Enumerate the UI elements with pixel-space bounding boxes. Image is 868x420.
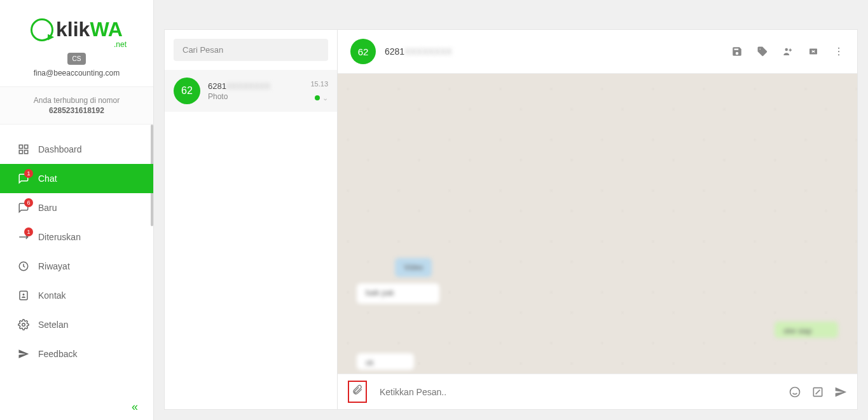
svg-point-7 bbox=[22, 323, 25, 326]
sidebar-item-feedback[interactable]: Feedback bbox=[0, 339, 153, 369]
send-button[interactable] bbox=[834, 386, 847, 398]
sidebar-item-chat[interactable]: 1 Chat bbox=[0, 164, 153, 193]
collapse-sidebar-button[interactable]: « bbox=[0, 394, 153, 420]
message-input[interactable] bbox=[376, 383, 780, 401]
sidebar: klikWA .net CS fina@beeaccounting.com An… bbox=[0, 0, 154, 420]
chat-header: 62 6281XXXXXXXX bbox=[338, 30, 857, 74]
nav: Dashboard 1 Chat 6 Baru 1 Diteruskan Riw… bbox=[0, 125, 153, 395]
search-input[interactable]: Cari Pesan bbox=[174, 39, 328, 61]
brand-logo: klikWA bbox=[31, 18, 123, 41]
svg-point-10 bbox=[838, 48, 839, 49]
brand-wa: WA bbox=[90, 18, 123, 41]
more-icon[interactable] bbox=[833, 46, 844, 57]
grid-icon bbox=[18, 144, 29, 155]
user-email: fina@beeaccounting.com bbox=[13, 69, 141, 78]
sidebar-item-label: Dashboard bbox=[38, 144, 82, 154]
message-bubble: baik pak bbox=[357, 283, 439, 304]
svg-point-6 bbox=[23, 294, 25, 295]
history-icon bbox=[18, 261, 29, 272]
gear-icon bbox=[18, 319, 29, 330]
sidebar-item-label: Feedback bbox=[38, 349, 77, 359]
svg-rect-2 bbox=[19, 150, 22, 153]
header-actions bbox=[731, 46, 844, 57]
nav-badge: 1 bbox=[24, 169, 33, 178]
avatar: 62 bbox=[174, 78, 200, 104]
chat-input-bar bbox=[338, 374, 857, 409]
close-chat-icon[interactable] bbox=[808, 46, 819, 57]
main-area: Cari Pesan 62 6281XXXXXXXX Photo 15.13 ⌄… bbox=[154, 0, 868, 420]
svg-rect-1 bbox=[25, 145, 28, 148]
chat-preview: Photo bbox=[208, 92, 303, 101]
attach-button-highlight[interactable] bbox=[348, 381, 367, 403]
chevron-down-icon[interactable]: ⌄ bbox=[322, 94, 328, 102]
sidebar-item-label: Kontak bbox=[38, 290, 66, 301]
sidebar-item-setelan[interactable]: Setelan bbox=[0, 310, 153, 339]
chat-messages-area[interactable]: Video baik pak oke siap ok bbox=[338, 74, 857, 374]
connection-label: Anda terhubung di nomor bbox=[6, 96, 147, 105]
brand-pre: klik bbox=[56, 18, 90, 41]
svg-rect-3 bbox=[25, 150, 28, 153]
sidebar-item-label: Diteruskan bbox=[38, 232, 81, 242]
user-role-badge: CS bbox=[67, 53, 86, 65]
logo-area: klikWA .net CS fina@beeaccounting.com bbox=[0, 0, 153, 86]
chat-header-title: 6281XXXXXXXX bbox=[385, 46, 452, 57]
connection-info: Anda terhubung di nomor 6285231618192 bbox=[0, 86, 153, 125]
send-icon bbox=[18, 348, 29, 360]
assign-user-icon[interactable] bbox=[782, 46, 794, 57]
chat-panel: 62 6281XXXXXXXX Video baik pak oke siap … bbox=[337, 29, 858, 410]
sidebar-item-label: Baru bbox=[38, 203, 57, 213]
chat-meta: 15.13 ⌄ bbox=[310, 80, 328, 102]
sidebar-item-label: Riwayat bbox=[38, 261, 70, 271]
message-bubble: ok bbox=[357, 353, 414, 370]
chevron-double-left-icon: « bbox=[132, 400, 138, 413]
message-bubble: oke siap bbox=[775, 322, 838, 338]
chat-time: 15.13 bbox=[310, 80, 328, 88]
svg-point-8 bbox=[785, 48, 789, 51]
chat-contact-name: 6281XXXXXXXX bbox=[208, 81, 303, 91]
sidebar-item-label: Setelan bbox=[38, 320, 68, 330]
template-icon[interactable] bbox=[811, 386, 824, 398]
message-bubble: Video bbox=[395, 258, 432, 277]
emoji-icon[interactable] bbox=[789, 386, 801, 398]
contact-icon bbox=[18, 290, 29, 301]
svg-point-13 bbox=[790, 387, 800, 396]
svg-rect-0 bbox=[19, 145, 22, 148]
avatar: 62 bbox=[350, 39, 376, 64]
nav-badge: 6 bbox=[24, 198, 33, 207]
paperclip-icon bbox=[352, 384, 363, 399]
chat-list-item[interactable]: 62 6281XXXXXXXX Photo 15.13 ⌄ bbox=[165, 70, 337, 112]
sidebar-item-dashboard[interactable]: Dashboard bbox=[0, 135, 153, 164]
save-icon[interactable] bbox=[731, 46, 743, 57]
nav-badge: 1 bbox=[24, 227, 33, 236]
sidebar-item-label: Chat bbox=[38, 173, 57, 184]
sidebar-item-riwayat[interactable]: Riwayat bbox=[0, 252, 153, 281]
svg-point-11 bbox=[838, 51, 839, 52]
chat-bubble-icon bbox=[31, 18, 53, 41]
svg-point-12 bbox=[838, 54, 839, 55]
tag-icon[interactable] bbox=[757, 46, 768, 57]
connection-number: 6285231618192 bbox=[6, 106, 147, 115]
chat-info: 6281XXXXXXXX Photo bbox=[208, 81, 303, 101]
sidebar-item-diteruskan[interactable]: 1 Diteruskan bbox=[0, 222, 153, 252]
chat-list-panel: Cari Pesan 62 6281XXXXXXXX Photo 15.13 ⌄ bbox=[164, 29, 337, 410]
sidebar-item-baru[interactable]: 6 Baru bbox=[0, 193, 153, 222]
input-actions bbox=[789, 386, 847, 398]
sidebar-item-kontak[interactable]: Kontak bbox=[0, 281, 153, 310]
unread-dot-icon bbox=[315, 95, 320, 100]
